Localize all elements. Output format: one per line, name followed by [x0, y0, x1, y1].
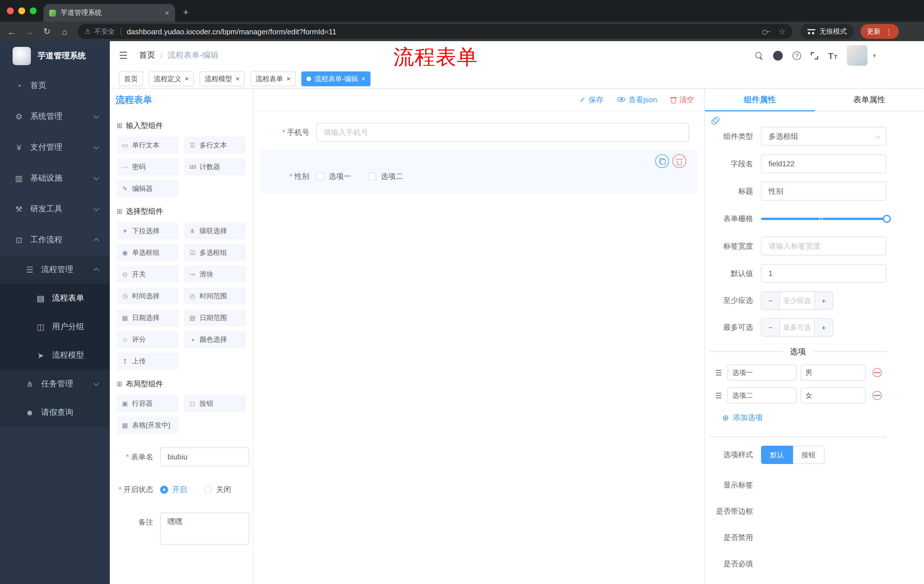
tag-process-form[interactable]: 流程表单 ×	[251, 71, 295, 86]
reload-button[interactable]: ↻	[42, 26, 51, 36]
tag-process-model[interactable]: 流程模型 ×	[200, 71, 245, 86]
palette-item-row-container[interactable]: ▣ 行容器	[117, 395, 178, 412]
palette-item-table[interactable]: ▦ 表格[开发中]	[117, 416, 178, 434]
view-json-button[interactable]: 查看json	[617, 95, 657, 105]
sidebar-item-home[interactable]: ◔ 首页	[0, 70, 110, 101]
sidebar-item-leave-query[interactable]: ☻ 请假查询	[0, 398, 110, 427]
tag-close-icon[interactable]: ×	[287, 76, 290, 82]
palette-item-button[interactable]: ◻ 按钮	[184, 395, 246, 412]
clear-button[interactable]: 清空	[671, 95, 694, 105]
add-option-button[interactable]: ⊕ 添加选项	[722, 413, 886, 423]
help-icon[interactable]: ?	[792, 51, 801, 60]
sidebar-item-task-management[interactable]: ⋔ 任务管理	[0, 370, 110, 398]
sidebar-item-process-model[interactable]: ➤ 流程模型	[0, 341, 110, 370]
tab-component-properties[interactable]: 组件属性	[705, 89, 815, 111]
option1-value-input[interactable]	[800, 365, 865, 380]
tag-close-icon[interactable]: ×	[361, 76, 365, 82]
bookmark-star-icon[interactable]: ☆	[779, 27, 785, 36]
tab-close-icon[interactable]: ×	[165, 8, 169, 17]
sidebar-item-devtools[interactable]: ⚒ 研发工具	[0, 194, 110, 225]
sidebar-item-workflow[interactable]: ⊡ 工作流程	[0, 225, 110, 255]
tag-home[interactable]: 首页	[119, 71, 143, 86]
palette-item-color-picker[interactable]: ◑ 颜色选择	[184, 331, 246, 348]
back-button[interactable]: ←	[7, 26, 16, 36]
sidebar-item-process-form[interactable]: ▤ 流程表单	[0, 284, 110, 313]
palette-item-time-range[interactable]: ◴ 时间范围	[184, 288, 246, 304]
address-bar[interactable]: ⚠ 不安全 dashboard.yudao.iocoder.cn/bpm/man…	[78, 24, 792, 39]
palette-item-switch[interactable]: ⊙ 开关	[117, 266, 178, 283]
palette-item-date-picker[interactable]: ▦ 日期选择	[117, 309, 178, 326]
palette-item-checkbox-group[interactable]: ☑ 多选框组	[184, 244, 246, 261]
sidebar-item-payment[interactable]: ¥ 支付管理	[0, 132, 110, 163]
grid-slider[interactable]	[761, 209, 886, 228]
drag-handle-icon[interactable]: ☰	[715, 391, 722, 400]
decrease-button[interactable]: −	[762, 319, 779, 336]
palette-item-select[interactable]: ▾ 下拉选择	[117, 222, 178, 239]
breadcrumb-home[interactable]: 首页	[139, 50, 155, 61]
close-window-button[interactable]	[7, 7, 14, 14]
default-value-input[interactable]	[761, 264, 886, 283]
palette-item-password[interactable]: ⋯ 密码	[117, 158, 178, 175]
decrease-button[interactable]: −	[762, 292, 779, 309]
palette-item-date-range[interactable]: ▧ 日期范围	[184, 309, 246, 326]
avatar-caret-icon[interactable]: ▾	[873, 52, 876, 59]
palette-item-multi-line-text[interactable]: ☰ 多行文本	[184, 137, 246, 154]
palette-item-upload[interactable]: ↥ 上传	[117, 352, 178, 370]
increase-button[interactable]: +	[815, 319, 833, 336]
browser-tab[interactable]: 芋道管理系统 ×	[43, 4, 175, 22]
remove-option-icon[interactable]	[872, 391, 881, 400]
min-select-value[interactable]: 至少应选	[779, 292, 815, 309]
tab-form-properties[interactable]: 表单属性	[815, 89, 924, 111]
home-button[interactable]: ⌂	[60, 26, 69, 36]
option1-label-input[interactable]	[727, 365, 796, 380]
status-off-radio[interactable]: 关闭	[204, 484, 231, 495]
label-width-input[interactable]	[761, 237, 886, 255]
tag-close-icon[interactable]: ×	[236, 76, 239, 82]
palette-item-cascader[interactable]: ⋔ 级联选择	[184, 222, 246, 239]
max-select-value[interactable]: 最多可选	[779, 319, 815, 336]
canvas-item-phone[interactable]: 手机号	[260, 117, 698, 147]
option2-value-input[interactable]	[800, 387, 865, 403]
sidebar-item-system[interactable]: ⚙ 系统管理	[0, 101, 110, 132]
palette-item-editor[interactable]: ✎ 编辑器	[117, 180, 178, 197]
browser-menu-icon[interactable]: ⋮	[885, 27, 893, 36]
palette-item-counter[interactable]: 123 计数器	[184, 158, 246, 175]
title-input[interactable]	[761, 182, 886, 201]
slider-handle[interactable]	[883, 215, 891, 222]
palette-item-time-picker[interactable]: ◷ 时间选择	[117, 288, 178, 304]
tag-process-form-edit[interactable]: 流程表单-编辑 ×	[301, 71, 371, 86]
field-name-input[interactable]	[761, 154, 886, 173]
canvas-item-gender-selected[interactable]: 性别 选项一 选项二	[260, 150, 698, 193]
copy-component-button[interactable]	[655, 154, 669, 168]
minimize-window-button[interactable]	[18, 7, 25, 14]
sidebar-item-infrastructure[interactable]: ▥ 基础设施	[0, 163, 110, 194]
forward-button[interactable]: →	[25, 26, 34, 36]
security-label[interactable]: 不安全	[94, 26, 115, 36]
save-button[interactable]: ✓ 保存	[579, 95, 603, 105]
option2-label-input[interactable]	[727, 387, 796, 403]
style-default-button[interactable]: 默认	[761, 446, 793, 464]
gender-option2-checkbox[interactable]: 选项二	[368, 171, 403, 181]
tag-process-definition[interactable]: 流程定义 ×	[148, 71, 194, 86]
zoom-window-button[interactable]	[30, 7, 36, 14]
url-text[interactable]: dashboard.yudao.iocoder.cn/bpm/manager/f…	[127, 27, 337, 36]
fullscreen-icon[interactable]	[811, 52, 818, 59]
form-remark-textarea[interactable]: 嘿嘿	[160, 513, 249, 545]
palette-item-rate[interactable]: ☆ 评分	[117, 331, 178, 348]
palette-item-single-line-text[interactable]: ▭ 单行文本	[117, 137, 178, 154]
new-tab-button[interactable]: +	[183, 7, 189, 18]
remove-option-icon[interactable]	[872, 368, 881, 377]
search-icon[interactable]	[755, 51, 763, 60]
github-icon[interactable]	[773, 51, 783, 60]
delete-component-button[interactable]	[672, 154, 686, 168]
style-button-button[interactable]: 按钮	[792, 446, 825, 464]
tag-close-icon[interactable]: ×	[185, 76, 189, 82]
sidebar-item-user-group[interactable]: ◫ 用户分组	[0, 313, 110, 341]
palette-item-slider[interactable]: ⊸ 滑块	[184, 266, 246, 283]
sidebar-item-process-management[interactable]: ☰ 流程管理	[0, 255, 110, 284]
password-key-icon[interactable]	[762, 29, 771, 34]
palette-item-radio-group[interactable]: ◉ 单选框组	[117, 244, 178, 261]
font-size-icon[interactable]: T T	[828, 51, 837, 60]
gender-option1-checkbox[interactable]: 选项一	[316, 171, 351, 181]
component-type-select[interactable]: 多选框组	[761, 127, 886, 146]
